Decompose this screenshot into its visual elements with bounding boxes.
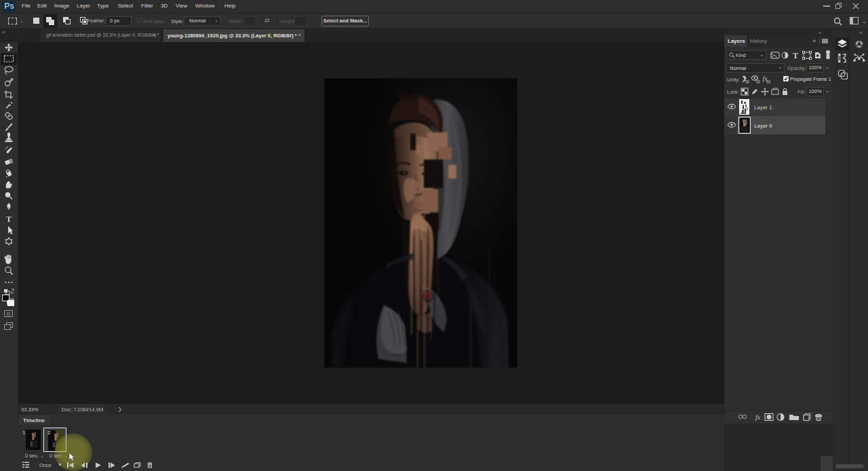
svg-text:fx: fx [755, 414, 761, 421]
svg-text:T: T [6, 214, 12, 224]
svg-text:T: T [793, 51, 798, 60]
